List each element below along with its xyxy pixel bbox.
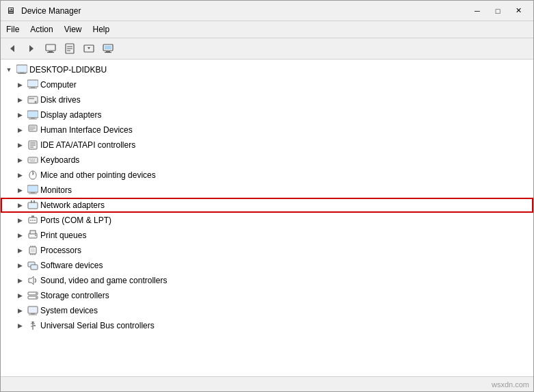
expand-keyboards[interactable]: ▶: [14, 155, 25, 166]
ports-label: Ports (COM & LPT): [40, 215, 111, 225]
svg-rect-28: [28, 112, 38, 117]
svg-rect-67: [31, 248, 35, 252]
menu-bar: File Action View Help: [1, 21, 533, 38]
tree-node-storage[interactable]: ▶ Storage controllers: [1, 288, 533, 303]
expand-software-devices[interactable]: ▶: [14, 260, 25, 271]
expand-processors[interactable]: ▶: [14, 245, 25, 256]
display-button[interactable]: [99, 40, 117, 57]
tree-node-display-adapters[interactable]: ▶ Display adapters: [1, 107, 533, 122]
mice-label: Mice and other pointing devices: [40, 170, 156, 180]
title-bar-left: 🖥 Device Manager: [6, 5, 81, 16]
svg-point-65: [35, 235, 36, 236]
svg-rect-56: [34, 200, 35, 203]
tree-node-processors[interactable]: ▶ Processors: [1, 243, 533, 258]
svg-rect-55: [31, 200, 32, 203]
svg-rect-85: [31, 313, 35, 315]
disk-drives-icon: [27, 94, 38, 105]
software-devices-icon: [27, 260, 38, 271]
tree-node-system-devices[interactable]: ▶ System devices: [1, 303, 533, 318]
expand-hid[interactable]: ▶: [14, 125, 25, 135]
expand-print-queues[interactable]: ▶: [14, 230, 25, 241]
system-devices-label: System devices: [40, 306, 98, 315]
storage-icon: [27, 290, 38, 301]
expand-system-devices[interactable]: ▶: [14, 305, 25, 316]
tree-node-monitors[interactable]: ▶ Monitors: [1, 183, 533, 198]
computer-icon: [27, 79, 38, 90]
expand-mice[interactable]: ▶: [14, 170, 25, 181]
tree-node-ports[interactable]: ▶ Ports (COM & LPT): [1, 213, 533, 228]
device-manager-toolbar-button[interactable]: [42, 40, 59, 57]
tree-node-disk-drives[interactable]: ▶ Disk drives: [1, 92, 533, 107]
svg-rect-45: [34, 159, 35, 160]
svg-rect-2: [46, 44, 55, 51]
expand-sound[interactable]: ▶: [14, 275, 25, 286]
properties-button[interactable]: [61, 40, 79, 57]
tree-node-mice[interactable]: ▶ Mice and other pointing devices: [1, 168, 533, 183]
minimize-button[interactable]: ─: [468, 4, 487, 18]
ide-label: IDE ATA/ATAPI controllers: [40, 140, 135, 150]
tree-node-computer[interactable]: ▶ Computer: [1, 77, 533, 92]
back-button[interactable]: [3, 40, 21, 57]
tree-node-hid[interactable]: ▶ Human Interface Devices: [1, 122, 533, 138]
svg-rect-39: [30, 144, 36, 146]
keyboards-label: Keyboards: [40, 155, 79, 165]
expand-usb[interactable]: ▶: [14, 320, 25, 331]
monitors-icon: [27, 185, 38, 196]
maximize-button[interactable]: □: [488, 4, 507, 18]
svg-rect-46: [30, 161, 35, 162]
sound-label: Sound, video and game controllers: [40, 276, 167, 285]
svg-rect-26: [29, 98, 34, 99]
expand-root[interactable]: ▼: [3, 64, 14, 75]
svg-rect-50: [28, 186, 38, 192]
svg-marker-78: [29, 276, 34, 285]
sound-icon: [27, 275, 38, 286]
display-icon: [103, 43, 114, 54]
svg-marker-1: [29, 45, 34, 52]
svg-marker-10: [88, 47, 90, 49]
hid-label: Human Interface Devices: [40, 125, 133, 135]
svg-point-58: [30, 220, 31, 221]
usb-label: Universal Serial Bus controllers: [40, 321, 155, 330]
menu-file[interactable]: File: [1, 23, 25, 36]
tree-node-software-devices[interactable]: ▶ Software devices: [1, 258, 533, 273]
expand-display-adapters[interactable]: ▶: [14, 109, 25, 120]
close-button[interactable]: ✕: [509, 4, 528, 18]
menu-help[interactable]: Help: [88, 23, 116, 36]
svg-rect-20: [28, 81, 38, 86]
expand-network-adapters[interactable]: ▶: [14, 200, 25, 211]
expand-storage[interactable]: ▶: [14, 290, 25, 301]
forward-button[interactable]: [23, 40, 40, 57]
expand-monitors[interactable]: ▶: [14, 185, 25, 196]
tree-node-sound[interactable]: ▶ Sound, video and game controllers: [1, 273, 533, 288]
update-icon: [83, 43, 94, 54]
print-queues-icon: [27, 230, 38, 241]
svg-point-81: [36, 293, 37, 294]
svg-rect-35: [29, 129, 34, 130]
tree-node-root[interactable]: ▼ DESKTOP-LDIDKBU: [1, 62, 533, 77]
svg-rect-89: [34, 325, 36, 326]
expand-disk-drives[interactable]: ▶: [14, 94, 25, 105]
update-driver-button[interactable]: [80, 40, 98, 57]
device-manager-window: 🖥 Device Manager ─ □ ✕ File Action View …: [0, 0, 534, 392]
window-title: Device Manager: [21, 6, 81, 16]
svg-rect-42: [29, 158, 37, 162]
expand-computer[interactable]: ▶: [14, 79, 25, 90]
window-icon: 🖥: [6, 5, 17, 16]
expand-ide[interactable]: ▶: [14, 140, 25, 151]
expand-ports[interactable]: ▶: [14, 215, 25, 226]
svg-rect-77: [31, 265, 37, 269]
tree-node-print-queues[interactable]: ▶ Print queues: [1, 228, 533, 243]
svg-rect-48: [33, 172, 34, 174]
tree-node-usb[interactable]: ▶ Universal Serial Bus controllers: [1, 318, 533, 333]
svg-rect-84: [29, 307, 37, 313]
tree-node-network-adapters[interactable]: ▶ Network adapters: [1, 198, 533, 213]
svg-rect-29: [31, 118, 35, 119]
tree-content[interactable]: ▼ DESKTOP-LDIDKBU ▶: [1, 60, 533, 376]
menu-action[interactable]: Action: [25, 23, 58, 36]
hid-icon: [27, 125, 38, 135]
tree-node-ide[interactable]: ▶ IDE ATA/ATAPI controllers: [1, 138, 533, 153]
display-adapters-label: Display adapters: [40, 110, 101, 120]
tree-node-keyboards[interactable]: ▶ Keyboards: [1, 153, 533, 168]
menu-view[interactable]: View: [59, 23, 88, 36]
keyboards-icon: [27, 155, 38, 166]
